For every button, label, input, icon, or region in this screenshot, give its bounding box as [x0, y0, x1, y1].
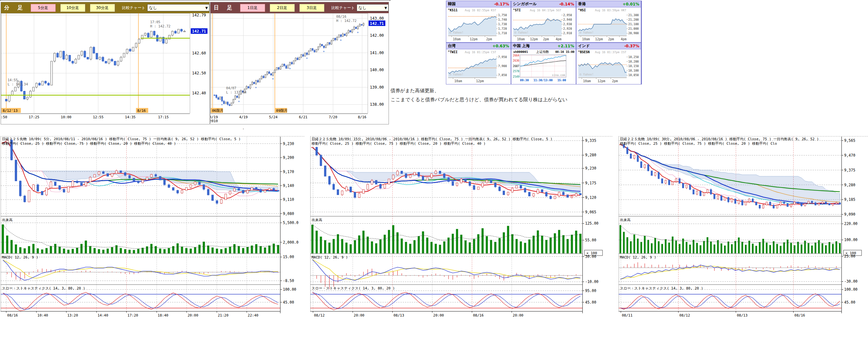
svg-text:© Yahoo!: © Yahoo! — [580, 73, 593, 76]
compare-chart-label: 比較チャート — [332, 5, 355, 11]
svg-text:08-16 15:00: 08-16 15:00 — [555, 50, 575, 54]
svg-text:21,200: 21,200 — [628, 18, 639, 21]
svg-text:142.79: 142.79 — [192, 13, 206, 18]
svg-text:L : 142.34: L : 142.34 — [8, 82, 28, 86]
svg-text:Aug 16 02:55pm KST: Aug 16 02:55pm KST — [465, 9, 496, 12]
svg-text:4pm: 4pm — [621, 37, 627, 41]
svg-text:14:50: 14:50 — [1, 115, 7, 119]
svg-text:8/12'13: 8/12'13 — [3, 108, 18, 113]
svg-text:1,750: 1,750 — [498, 13, 507, 17]
svg-text:2664: 2664 — [513, 54, 519, 57]
svg-text:2549: 2549 — [513, 75, 519, 78]
svg-text:9,080: 9,080 — [283, 211, 294, 216]
tab-10min[interactable]: 10分足 — [60, 4, 85, 12]
svg-text:2010: 2010 — [210, 119, 218, 123]
market-cell-india[interactable]: インド-0.37% ^BSESNAug 16 01:37pm IST18,250… — [577, 43, 641, 84]
svg-text:100.00: 100.00 — [283, 287, 297, 292]
svg-text:出来高: 出来高 — [312, 218, 322, 222]
svg-text:12pm: 12pm — [530, 37, 538, 41]
svg-text:142.50: 142.50 — [192, 71, 206, 75]
svg-text:MACD( 12, 26, 9 ): MACD( 12, 26, 9 ) — [620, 255, 656, 259]
svg-text:100.00: 100.00 — [844, 238, 858, 242]
svg-text:^KS11: ^KS11 — [448, 8, 458, 12]
svg-text:18,250: 18,250 — [628, 56, 639, 59]
svg-text:138.00: 138.00 — [370, 102, 384, 107]
svg-text:10am: 10am — [453, 37, 461, 41]
svg-text:9,065: 9,065 — [585, 210, 596, 214]
svg-text:09:30: 09:30 — [520, 79, 529, 82]
svg-text:sh000001: sh000001 — [513, 50, 528, 54]
svg-text:06限月: 06限月 — [212, 108, 223, 113]
market-name: 台湾 — [448, 43, 456, 49]
minute-chart-panel: 分 足 5分足 10分足 30分足 比較チャート なし ▼ 142.79142.… — [1, 2, 210, 124]
tab-30min[interactable]: 30分足 — [90, 4, 115, 12]
svg-text:08/16: 08/16 — [7, 313, 18, 317]
svg-text:2,950: 2,950 — [563, 13, 572, 17]
svg-text:18,150: 18,150 — [628, 64, 639, 68]
svg-text:7,950: 7,950 — [498, 56, 507, 59]
svg-text:18,050: 18,050 — [628, 73, 639, 77]
svg-text:出来高: 出来高 — [2, 218, 12, 222]
svg-text:+: + — [255, 86, 257, 89]
market-cell-singapore[interactable]: シンガポール-0.14% ^STIAug 16 04:17pm SGT2,950… — [511, 1, 576, 42]
svg-text:2636: 2636 — [513, 59, 519, 62]
svg-text:08/16: 08/16 — [795, 313, 805, 317]
svg-text:20:00: 20:00 — [433, 313, 444, 317]
minute-chart-title: 分 足 — [4, 4, 26, 11]
svg-text:21:20: 21:20 — [218, 313, 228, 317]
svg-text:+: + — [238, 100, 240, 103]
svg-text:08/12: 08/12 — [314, 313, 324, 317]
market-name: シンガポール — [513, 1, 536, 7]
tech30-chart-svg: 9,5659,4709,3759,2809,1859,090日経２２５先物 10… — [619, 136, 868, 320]
mini-chart-svg: ^KS11Aug 16 02:55pm KST1,7501,7401,7301,… — [446, 7, 511, 42]
svg-text:21,300: 21,300 — [628, 13, 639, 17]
market-cell-korea[interactable]: 韓国-0.17% ^KS11Aug 16 02:55pm KST1,7501,7… — [446, 1, 511, 42]
tab-5min[interactable]: 5分足 — [31, 4, 56, 12]
tab-2day[interactable]: 2日足 — [270, 4, 295, 12]
svg-text:100.00: 100.00 — [844, 287, 858, 292]
daily-chart-header: 日 足 1日足 2日足 3日足 比較チャート なし ▼ — [210, 2, 389, 13]
window-top-dotted-border — [0, 0, 391, 1]
svg-text:^HSI: ^HSI — [578, 8, 586, 12]
compare-chart-value: なし — [149, 5, 157, 11]
compare-chart-label: 比較チャート — [122, 5, 146, 11]
svg-text:4pm: 4pm — [556, 37, 562, 41]
svg-text:20:00: 20:00 — [513, 313, 523, 317]
svg-text:18,200: 18,200 — [628, 60, 639, 63]
svg-text:2,940: 2,940 — [563, 18, 572, 21]
svg-text:2578: 2578 — [513, 70, 519, 73]
market-change-badge: -0.37% — [624, 44, 639, 48]
market-cell-hongkong[interactable]: 香港+0.01% ^HSIAug 16 03:59pm HKT21,30021,… — [577, 1, 641, 42]
svg-text:2,910: 2,910 — [563, 32, 572, 35]
market-change-badge: +0.63% — [492, 44, 509, 48]
svg-text:7,850: 7,850 — [498, 73, 507, 77]
svg-text:9,375: 9,375 — [844, 168, 856, 173]
minute-chart-svg: 142.79142.60142.50142.4017:05H : 142.721… — [1, 13, 209, 123]
market-mini-chart: ^STIAug 16 04:17pm SGT2,9502,9402,9302,9… — [511, 7, 576, 43]
svg-text:9,280: 9,280 — [585, 153, 596, 157]
svg-text:4/19: 4/19 — [239, 115, 248, 119]
tab-1day[interactable]: 1日足 — [240, 4, 265, 12]
svg-text:14:55: 14:55 — [8, 78, 18, 82]
svg-text:142.71: 142.71 — [370, 21, 384, 26]
svg-text:+: + — [289, 67, 291, 70]
svg-text:142.40: 142.40 — [192, 91, 206, 95]
svg-text:142.71: 142.71 — [192, 29, 206, 33]
svg-text:142.60: 142.60 — [192, 51, 206, 56]
mini-chart-svg: ^HSIAug 16 03:59pm HKT21,30021,20021,100… — [577, 7, 641, 42]
market-name: 中国 上海 — [513, 43, 530, 49]
compare-chart-select[interactable]: なし ▼ — [357, 4, 389, 11]
market-cell-shanghai[interactable]: 中国 上海+2.11% sh000001上证指数08-16 15:0026642… — [511, 43, 576, 84]
tab-3day[interactable]: 3日足 — [299, 4, 324, 12]
market-mini-chart: ^KS11Aug 16 02:55pm KST1,7501,7401,7301,… — [446, 7, 511, 43]
market-cell-taiwan[interactable]: 台湾+0.63% ^TWIIAug 16 01:25pm CST7,9507,9… — [446, 43, 511, 84]
svg-text:143.00: 143.00 — [370, 16, 384, 21]
mini-chart-svg: ^BSESNAug 16 01:37pm IST18,25018,20018,1… — [577, 49, 641, 84]
compare-chart-select[interactable]: なし ▼ — [147, 4, 210, 11]
svg-text:08/11: 08/11 — [622, 313, 632, 317]
svg-text:Aug 16 01:25pm CST: Aug 16 01:25pm CST — [465, 51, 496, 54]
svg-text:20,900: 20,900 — [628, 32, 639, 35]
svg-text:15.00: 15.00 — [283, 255, 294, 259]
svg-text:45.00: 45.00 — [283, 300, 294, 305]
svg-text:Aug 16 03:59pm HKT: Aug 16 03:59pm HKT — [595, 9, 626, 12]
